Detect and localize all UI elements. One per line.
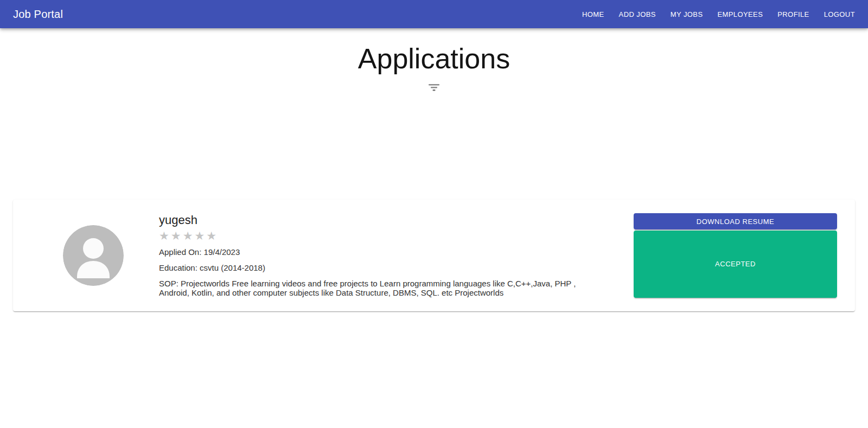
download-resume-button[interactable]: DOWNLOAD RESUME [634, 213, 837, 229]
star-icon[interactable]: ★ [183, 229, 195, 242]
star-icon[interactable]: ★ [194, 229, 206, 242]
sop-text: SOP: Projectworlds Free learning videos … [159, 279, 598, 298]
applicant-info: yugesh ★★★★★ Applied On: 19/4/2023 Educa… [159, 213, 598, 298]
brand-link[interactable]: Job Portal [13, 8, 63, 21]
applicant-name: yugesh [159, 213, 598, 227]
filter-list-icon[interactable] [427, 83, 441, 92]
star-icon[interactable]: ★ [159, 229, 171, 242]
star-icon[interactable]: ★ [171, 229, 183, 242]
application-card: yugesh ★★★★★ Applied On: 19/4/2023 Educa… [13, 200, 855, 311]
filter-row [0, 83, 868, 92]
nav-links: HOMEADD JOBSMY JOBSEMPLOYEESPROFILELOGOU… [582, 10, 855, 18]
nav-link-my-jobs[interactable]: MY JOBS [671, 10, 703, 18]
status-accepted-button[interactable]: ACCEPTED [634, 231, 837, 298]
star-icon[interactable]: ★ [206, 229, 218, 242]
nav-link-add-jobs[interactable]: ADD JOBS [619, 10, 656, 18]
nav-link-profile[interactable]: PROFILE [777, 10, 809, 18]
nav-link-home[interactable]: HOME [582, 10, 604, 18]
rating-stars[interactable]: ★★★★★ [159, 229, 218, 242]
education-text: Education: csvtu (2014-2018) [159, 263, 598, 273]
avatar [63, 225, 124, 286]
navbar: Job Portal HOMEADD JOBSMY JOBSEMPLOYEESP… [0, 0, 868, 28]
nav-link-employees[interactable]: EMPLOYEES [717, 10, 763, 18]
card-actions: DOWNLOAD RESUME ACCEPTED [634, 213, 837, 298]
nav-link-logout[interactable]: LOGOUT [824, 10, 855, 18]
page-title: Applications [0, 42, 868, 75]
applied-on-text: Applied On: 19/4/2023 [159, 247, 598, 258]
